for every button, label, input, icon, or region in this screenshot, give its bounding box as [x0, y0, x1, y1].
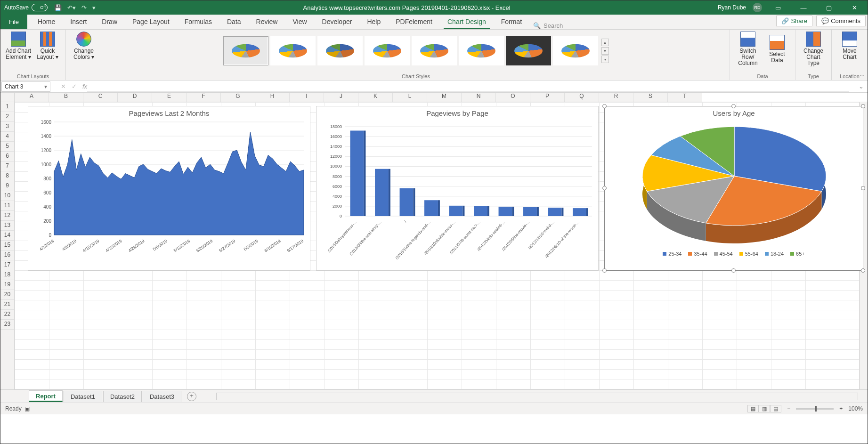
quick-layout-button[interactable]: Quick Layout ▾: [34, 32, 61, 60]
fx-icon[interactable]: fx: [82, 83, 87, 90]
qat-icon[interactable]: ▾: [92, 4, 96, 11]
column-header[interactable]: L: [393, 93, 427, 102]
zoom-out-button[interactable]: −: [787, 405, 790, 412]
avatar[interactable]: RD: [753, 3, 762, 12]
style-thumb-1[interactable]: [223, 36, 268, 65]
macro-record-icon[interactable]: ▣: [24, 405, 30, 412]
tab-review[interactable]: Review: [249, 15, 285, 29]
row-header[interactable]: 18: [0, 270, 14, 280]
tab-home[interactable]: Home: [30, 15, 63, 29]
sheet-tab-dataset1[interactable]: Dataset1: [64, 391, 102, 402]
view-buttons[interactable]: ▦▥▤: [747, 405, 781, 412]
column-header[interactable]: Q: [565, 93, 599, 102]
cells-grid[interactable]: Pageviews Last 2 Months 0200400600800100…: [15, 102, 859, 389]
zoom-slider[interactable]: [796, 408, 834, 410]
cancel-formula-icon[interactable]: ✕: [61, 83, 66, 90]
comments-button[interactable]: 💬 Comments: [816, 16, 866, 26]
row-header[interactable]: 16: [0, 250, 14, 260]
row-header[interactable]: 20: [0, 290, 14, 300]
formula-input[interactable]: [87, 81, 849, 92]
sheet-tab-dataset2[interactable]: Dataset2: [103, 391, 142, 402]
style-thumb-8[interactable]: [553, 36, 598, 65]
worksheet[interactable]: ABCDEFGHIJKLMNOPQRST 1234567891011121314…: [0, 93, 868, 389]
row-header[interactable]: 19: [0, 280, 14, 290]
expand-formula-icon[interactable]: ⌄: [859, 83, 868, 90]
row-header[interactable]: 13: [0, 221, 14, 231]
style-thumb-6[interactable]: [459, 36, 504, 65]
share-button[interactable]: 🔗 Share: [776, 16, 812, 26]
column-header[interactable]: K: [358, 93, 393, 102]
column-header[interactable]: G: [221, 93, 255, 102]
row-header[interactable]: 9: [0, 181, 14, 191]
name-box[interactable]: Chart 3▾: [1, 81, 50, 92]
ribbon-display-icon[interactable]: ▭: [769, 4, 787, 11]
row-header[interactable]: 1: [0, 102, 14, 112]
row-header[interactable]: 12: [0, 211, 14, 221]
tab-view[interactable]: View: [285, 15, 314, 29]
column-header[interactable]: C: [83, 93, 118, 102]
row-header[interactable]: 17: [0, 260, 14, 270]
column-header[interactable]: O: [496, 93, 530, 102]
undo-icon[interactable]: ↶▾: [67, 4, 76, 11]
column-header[interactable]: B: [49, 93, 83, 102]
column-header[interactable]: P: [530, 93, 565, 102]
tab-formulas[interactable]: Formulas: [177, 15, 219, 29]
column-header[interactable]: A: [15, 93, 49, 102]
select-data-button[interactable]: Select Data: [764, 32, 790, 67]
row-header[interactable]: 7: [0, 161, 14, 171]
move-chart-button[interactable]: Move Chart: [836, 32, 863, 60]
styles-more-button[interactable]: ▲▼▾: [601, 39, 609, 63]
column-header[interactable]: N: [462, 93, 496, 102]
tab-format[interactable]: Format: [494, 15, 529, 29]
tab-pdfelement[interactable]: PDFelement: [388, 15, 440, 29]
chart-pageviews-by-page[interactable]: Pageviews by Page 0200040006000800010000…: [316, 106, 599, 271]
row-header[interactable]: 5: [0, 142, 14, 152]
row-header[interactable]: 21: [0, 300, 14, 310]
column-header[interactable]: D: [118, 93, 152, 102]
row-header[interactable]: 8: [0, 171, 14, 181]
row-header[interactable]: 2: [0, 112, 14, 122]
row-header[interactable]: 10: [0, 191, 14, 201]
chart-users-by-age[interactable]: Users by Age 25-3435-4445-5455-6418-2465…: [604, 106, 863, 271]
row-header[interactable]: 3: [0, 122, 14, 132]
search-box[interactable]: 🔍 Search: [533, 22, 563, 29]
column-header[interactable]: S: [633, 93, 668, 102]
column-header[interactable]: R: [599, 93, 633, 102]
column-headers[interactable]: ABCDEFGHIJKLMNOPQRST: [0, 93, 868, 102]
tab-help[interactable]: Help: [359, 15, 388, 29]
minimize-icon[interactable]: —: [794, 4, 813, 11]
column-header[interactable]: F: [187, 93, 221, 102]
row-header[interactable]: 15: [0, 241, 14, 250]
tab-developer[interactable]: Developer: [315, 15, 360, 29]
switch-row-column-button[interactable]: Switch Row/ Column: [735, 32, 761, 67]
row-header[interactable]: 11: [0, 201, 14, 211]
style-thumb-5[interactable]: [412, 36, 457, 65]
row-header[interactable]: 14: [0, 231, 14, 241]
change-colors-button[interactable]: Change Colors ▾: [71, 32, 97, 60]
add-sheet-button[interactable]: +: [187, 392, 196, 401]
sheet-tab-dataset3[interactable]: Dataset3: [143, 391, 181, 402]
chart-styles-gallery[interactable]: ▲▼▾: [220, 32, 612, 68]
column-header[interactable]: M: [427, 93, 462, 102]
tab-page-layout[interactable]: Page Layout: [125, 15, 177, 29]
row-header[interactable]: 22: [0, 310, 14, 320]
style-thumb-7[interactable]: [506, 36, 551, 65]
collapse-ribbon-icon[interactable]: ︿: [860, 71, 865, 78]
column-header[interactable]: I: [290, 93, 324, 102]
redo-icon[interactable]: ↷: [81, 4, 87, 11]
style-thumb-3[interactable]: [317, 36, 363, 65]
column-header[interactable]: T: [668, 93, 702, 102]
add-chart-element-button[interactable]: Add Chart Element ▾: [5, 32, 32, 60]
row-header[interactable]: 23: [0, 320, 14, 330]
row-headers[interactable]: 1234567891011121314151617181920212223: [0, 102, 15, 389]
zoom-level[interactable]: 100%: [848, 405, 863, 412]
select-all-corner[interactable]: [0, 93, 15, 102]
style-thumb-4[interactable]: [365, 36, 410, 65]
column-header[interactable]: J: [324, 93, 358, 102]
column-header[interactable]: E: [152, 93, 187, 102]
tab-insert[interactable]: Insert: [63, 15, 94, 29]
row-header[interactable]: 4: [0, 132, 14, 142]
style-thumb-2[interactable]: [270, 36, 316, 65]
chart-pageviews-months[interactable]: Pageviews Last 2 Months 0200400600800100…: [28, 106, 310, 271]
horizontal-scrollbar[interactable]: [216, 393, 858, 400]
